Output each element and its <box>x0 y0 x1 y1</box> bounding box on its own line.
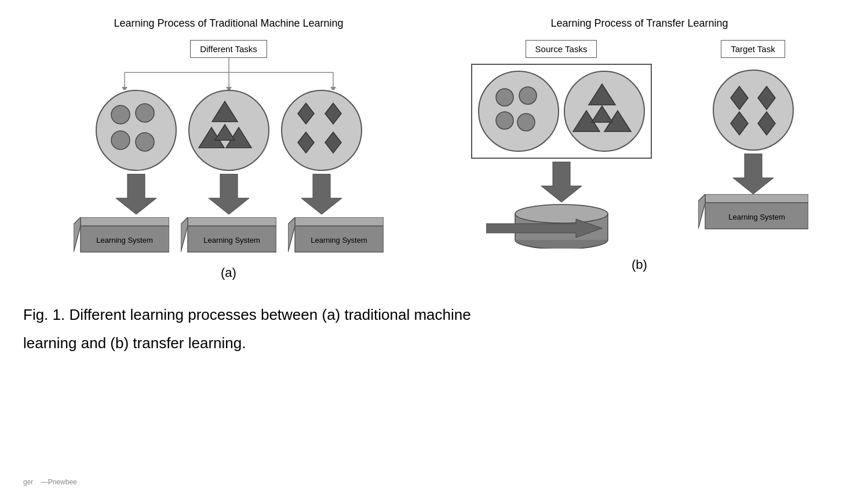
svg-marker-28 <box>181 217 188 252</box>
target-task-label: Target Task <box>721 40 785 58</box>
arrow-1 <box>96 174 177 214</box>
svg-marker-51 <box>758 86 775 110</box>
svg-marker-19 <box>325 132 341 153</box>
ls-box-1: Learning System <box>74 217 169 255</box>
svg-marker-23 <box>81 217 169 226</box>
svg-point-36 <box>519 87 537 104</box>
circle-2 <box>188 90 269 171</box>
target-group: Target Task <box>698 40 808 232</box>
fig-caption-line2: learning and (b) transfer learning. <box>23 332 834 355</box>
caption-b: (b) <box>632 257 647 272</box>
svg-marker-53 <box>758 112 775 135</box>
svg-marker-50 <box>731 86 748 110</box>
different-tasks-label: Different Tasks <box>190 40 267 58</box>
svg-marker-55 <box>705 194 808 203</box>
svg-marker-15 <box>215 125 235 140</box>
svg-marker-31 <box>295 217 384 226</box>
source-circle-1 <box>478 71 559 152</box>
svg-marker-24 <box>74 217 81 252</box>
source-circle-2 <box>564 71 645 152</box>
main-container: Learning Process of Traditional Machine … <box>23 17 845 355</box>
svg-marker-54 <box>733 154 774 194</box>
circle-2-svg <box>191 93 267 168</box>
knowledge-to-ls-arrow-row <box>434 217 845 240</box>
bottom-text1: ger <box>23 478 33 486</box>
bottom-text2: —Pnewbee <box>41 478 77 486</box>
circle-1 <box>96 90 177 171</box>
svg-point-37 <box>496 112 513 129</box>
diagram-right: Learning Process of Transfer Learning So… <box>434 17 845 272</box>
svg-point-11 <box>136 133 154 151</box>
svg-marker-27 <box>188 217 276 226</box>
arrows-row-left <box>96 174 362 214</box>
right-title: Learning Process of Transfer Learning <box>550 17 728 30</box>
svg-marker-20 <box>116 174 156 214</box>
caption-a: (a) <box>221 265 236 280</box>
svg-point-10 <box>111 131 130 149</box>
svg-text:Learning System: Learning System <box>203 236 260 244</box>
svg-marker-17 <box>325 103 341 124</box>
source-tasks-label: Source Tasks <box>526 40 597 58</box>
svg-marker-42 <box>592 106 612 122</box>
svg-text:Learning System: Learning System <box>96 236 153 244</box>
learning-systems-row: Learning System Learning System <box>74 217 384 255</box>
knowledge-transfer-arrow <box>486 217 602 240</box>
circle-3 <box>281 90 362 171</box>
diagrams-row: Learning Process of Traditional Machine … <box>23 17 845 280</box>
circles-row-left <box>96 90 362 171</box>
ls-box-3: Learning System <box>288 217 384 255</box>
svg-marker-12 <box>212 101 238 122</box>
svg-text:Learning System: Learning System <box>311 236 367 244</box>
target-circle <box>713 70 794 151</box>
svg-marker-21 <box>209 174 249 214</box>
source-arrow-down <box>533 162 590 202</box>
svg-marker-22 <box>301 174 342 214</box>
source-circle-2-svg <box>570 77 639 145</box>
source-tasks-box <box>471 64 652 159</box>
target-circle-svg <box>719 76 787 144</box>
left-title: Learning Process of Traditional Machine … <box>114 17 343 30</box>
circle-1-svg <box>99 93 174 168</box>
ls-box-2: Learning System <box>181 217 276 255</box>
bottom-bar: ger —Pnewbee <box>23 478 77 486</box>
svg-marker-32 <box>288 217 295 252</box>
svg-point-8 <box>111 105 130 124</box>
source-circle-1-svg <box>484 77 553 145</box>
svg-point-35 <box>496 89 513 106</box>
svg-marker-16 <box>298 103 314 124</box>
arrow-2 <box>188 174 269 214</box>
arrow-3 <box>281 174 362 214</box>
circle-3-svg <box>284 93 359 168</box>
fig-caption-line1: Fig. 1. Different learning processes bet… <box>23 304 834 326</box>
tree-connector-svg <box>78 58 380 90</box>
svg-marker-39 <box>589 84 615 105</box>
svg-point-38 <box>517 114 535 131</box>
svg-marker-59 <box>486 219 602 238</box>
svg-marker-18 <box>298 132 314 153</box>
target-arrow-down <box>724 154 782 194</box>
svg-point-9 <box>136 104 154 122</box>
svg-marker-52 <box>731 112 748 135</box>
fig-caption-area: Fig. 1. Different learning processes bet… <box>23 298 845 355</box>
diagram-left: Learning Process of Traditional Machine … <box>23 17 434 280</box>
svg-marker-43 <box>541 162 582 202</box>
